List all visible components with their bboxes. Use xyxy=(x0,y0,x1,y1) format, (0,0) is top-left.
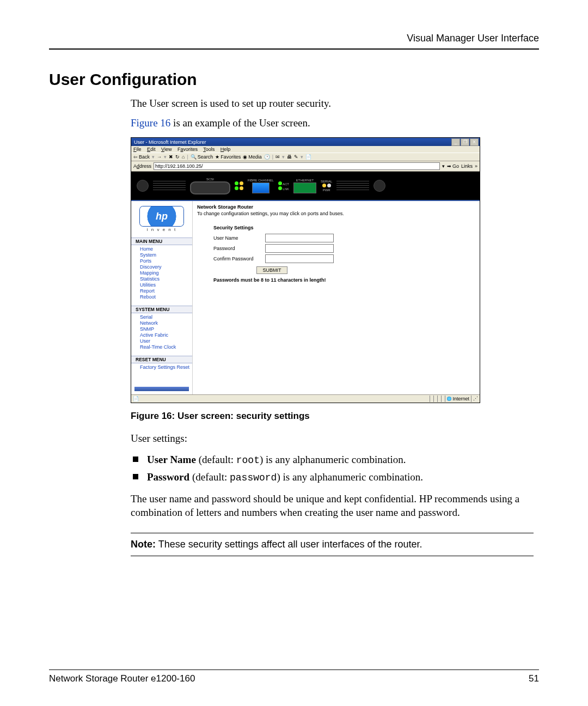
edit-button[interactable]: ✎ xyxy=(294,154,298,160)
favorites-button[interactable]: ★ Favorites xyxy=(215,154,241,160)
header-title: Visual Manager User Interface xyxy=(407,33,539,44)
submit-button[interactable]: SUBMIT xyxy=(256,266,287,274)
address-input[interactable] xyxy=(154,162,440,170)
serial-module[interactable]: SERIAL PWR xyxy=(321,180,332,192)
page-header: Visual Manager User Interface xyxy=(49,33,539,50)
username-input[interactable] xyxy=(265,234,334,242)
back-button[interactable]: ⇦ Back xyxy=(133,154,150,160)
refresh-button[interactable]: ↻ xyxy=(175,154,180,160)
sidebar: hp i n v e n t MAIN MENU Home System Por… xyxy=(131,201,193,394)
sidebar-item-snmp[interactable]: SNMP xyxy=(131,326,192,332)
ie-menu-bar: File Edit View Favorites Tools Help xyxy=(131,146,480,153)
main-title: Network Storage Router xyxy=(197,204,475,210)
main-menu-header: MAIN MENU xyxy=(131,238,192,245)
ie-title-bar: User - Microsoft Internet Explorer _ ❐ X xyxy=(131,138,480,146)
intro-line-2: Figure 16 is an example of the User scre… xyxy=(131,116,534,130)
ie-status-icon: 📄 xyxy=(131,396,139,401)
page-footer: Network Storage Router e1200-160 51 xyxy=(49,670,539,684)
ie-status-bar: 📄 Internet ⋰ xyxy=(131,394,480,403)
note-block: Note: These security settings affect all… xyxy=(131,533,534,556)
password-input[interactable] xyxy=(265,244,334,253)
sidebar-item-ports[interactable]: Ports xyxy=(131,258,192,264)
links-chevron-icon[interactable]: » xyxy=(475,163,477,169)
act-lnk-leds: ACT LNK xyxy=(278,181,289,191)
links-label[interactable]: Links xyxy=(461,163,473,169)
security-form: Security Settings User Name Password Con… xyxy=(213,225,475,283)
figure-caption: Figure 16: User screen: security setting… xyxy=(131,411,539,422)
scsi-module[interactable]: SCSI xyxy=(190,178,230,194)
ie-address-bar: Address ▾ ➡ Go Links» xyxy=(131,161,480,172)
search-button[interactable]: 🔍 Search xyxy=(191,154,213,160)
sidebar-bottom-bar xyxy=(134,387,189,391)
hp-logo: hp xyxy=(140,206,183,226)
mail-button[interactable]: ✉ xyxy=(275,154,280,160)
address-dropdown-icon[interactable]: ▾ xyxy=(442,163,445,169)
menu-tools[interactable]: Tools xyxy=(203,147,215,152)
address-label: Address xyxy=(133,163,151,169)
device-vent-icon-right xyxy=(336,181,369,191)
home-button[interactable]: ⌂ xyxy=(182,154,185,160)
intro-line-2-rest: is an example of the User screen. xyxy=(170,117,310,129)
sidebar-item-mapping[interactable]: Mapping xyxy=(131,270,192,276)
footer-left: Network Storage Router e1200-160 xyxy=(49,673,195,684)
internet-zone-icon xyxy=(447,397,451,401)
menu-help[interactable]: Help xyxy=(220,147,231,152)
user-settings-lead: User settings: xyxy=(131,431,534,446)
password-hint: Passwords must be 8 to 11 characters in … xyxy=(213,277,475,283)
menu-favorites[interactable]: Favorites xyxy=(177,147,198,152)
confirm-password-input[interactable] xyxy=(265,254,334,263)
ie-content: SCSI FIBRE CHANNEL ACT LNK xyxy=(131,172,480,394)
device-banner: SCSI FIBRE CHANNEL ACT LNK xyxy=(131,172,480,201)
print-button[interactable]: 🖶 xyxy=(287,154,292,160)
window-title: User - Microsoft Internet Explorer xyxy=(132,139,451,145)
stop-button[interactable]: ✖ xyxy=(169,154,173,160)
ie-window: User - Microsoft Internet Explorer _ ❐ X… xyxy=(131,137,480,403)
bullet-list: User Name (default: root) is any alphanu… xyxy=(131,451,534,486)
menu-file[interactable]: File xyxy=(133,147,142,152)
device-vent-icon xyxy=(153,181,186,191)
minimize-button[interactable]: _ xyxy=(451,138,460,146)
bullet-username: User Name (default: root) is any alphanu… xyxy=(143,451,534,468)
device-end-cap xyxy=(137,180,149,192)
section-heading: User Configuration xyxy=(49,70,539,89)
media-button[interactable]: ◉ Media xyxy=(243,154,262,160)
ie-toolbar: ⇦ Back ▾ → ▾ ✖ ↻ ⌂ | 🔍 Search ★ Favorite… xyxy=(131,153,480,161)
sidebar-item-report[interactable]: Report xyxy=(131,288,192,294)
close-button[interactable]: X xyxy=(470,138,479,146)
device-end-cap-right xyxy=(373,180,385,192)
go-button[interactable]: ➡ Go xyxy=(447,163,459,169)
intro-line-1: The User screen is used to set up router… xyxy=(131,96,534,111)
sidebar-item-user[interactable]: User xyxy=(131,338,192,344)
note-text: These security settings affect all user … xyxy=(156,539,422,550)
footer-page-number: 51 xyxy=(529,673,539,684)
sidebar-item-home[interactable]: Home xyxy=(131,246,192,252)
sidebar-item-network[interactable]: Network xyxy=(131,320,192,326)
menu-view[interactable]: View xyxy=(161,147,171,152)
forward-button[interactable]: → xyxy=(157,154,162,160)
sidebar-item-system[interactable]: System xyxy=(131,252,192,258)
menu-edit[interactable]: Edit xyxy=(147,147,156,152)
main-subtitle: To change configuration settings, you ma… xyxy=(197,211,475,216)
password-label: Password xyxy=(213,246,265,251)
scsi-leds xyxy=(235,181,243,191)
sidebar-item-discovery[interactable]: Discovery xyxy=(131,264,192,270)
sidebar-item-reboot[interactable]: Reboot xyxy=(131,294,192,300)
sidebar-item-active-fabric[interactable]: Active Fabric xyxy=(131,332,192,338)
sidebar-item-rtc[interactable]: Real-Time Clock xyxy=(131,344,192,350)
ethernet-module[interactable]: ETHERNET xyxy=(293,179,316,193)
fibre-module[interactable]: FIBRE CHANNEL xyxy=(248,179,274,193)
sidebar-item-factory-reset[interactable]: Factory Settings Reset xyxy=(131,364,192,370)
hp-tagline: i n v e n t xyxy=(131,227,192,232)
maximize-button[interactable]: ❐ xyxy=(461,138,469,146)
system-menu-header: SYSTEM MENU xyxy=(131,306,192,313)
resize-grip-icon[interactable]: ⋰ xyxy=(471,395,480,402)
messenger-button[interactable]: 📄 xyxy=(305,154,311,160)
sidebar-item-statistics[interactable]: Statistics xyxy=(131,276,192,282)
security-settings-heading: Security Settings xyxy=(213,225,475,230)
sidebar-item-serial[interactable]: Serial xyxy=(131,314,192,320)
sidebar-item-utilities[interactable]: Utilities xyxy=(131,282,192,288)
confirm-password-label: Confirm Password xyxy=(213,256,265,261)
main-pane: Network Storage Router To change configu… xyxy=(193,201,480,394)
zone-label: Internet xyxy=(452,396,469,401)
history-button[interactable]: 🕑 xyxy=(264,154,270,160)
